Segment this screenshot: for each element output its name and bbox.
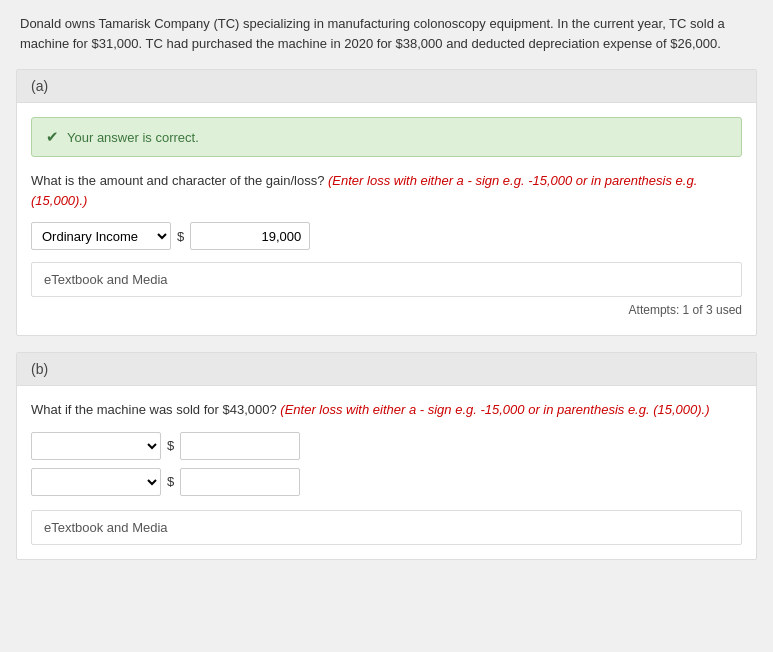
section-a-label: (a)	[31, 78, 48, 94]
question-main: What is the amount and character of the …	[31, 173, 324, 188]
section-a-question: What is the amount and character of the …	[31, 171, 742, 210]
section-a-input-row: Ordinary Income Capital Gain Section 123…	[31, 222, 742, 250]
page: Donald owns Tamarisk Company (TC) specia…	[0, 0, 773, 652]
section-b-question: What if the machine was sold for $43,000…	[31, 400, 742, 420]
section-a-card: (a) ✔ Your answer is correct. What is th…	[16, 69, 757, 336]
question-b-main: What if the machine was sold for $43,000…	[31, 402, 277, 417]
amount-input-b2[interactable]	[180, 468, 300, 496]
etextbook-bar-a[interactable]: eTextbook and Media	[31, 262, 742, 297]
success-text: Your answer is correct.	[67, 130, 199, 145]
check-icon: ✔	[46, 128, 59, 146]
etextbook-label-b: eTextbook and Media	[44, 520, 168, 535]
section-b-body: What if the machine was sold for $43,000…	[17, 386, 756, 559]
section-b-label: (b)	[31, 361, 48, 377]
gain-loss-type-select[interactable]: Ordinary Income Capital Gain Section 123…	[31, 222, 171, 250]
attempts-text-a: Attempts: 1 of 3 used	[31, 303, 742, 317]
success-banner: ✔ Your answer is correct.	[31, 117, 742, 157]
gain-loss-type-select-b2[interactable]: Ordinary Income Capital Gain Section 123…	[31, 468, 161, 496]
question-b-highlight: (Enter loss with either a - sign e.g. -1…	[280, 402, 709, 417]
amount-input-b1[interactable]	[180, 432, 300, 460]
intro-text: Donald owns Tamarisk Company (TC) specia…	[16, 14, 757, 53]
section-b-input-row-2: Ordinary Income Capital Gain Section 123…	[31, 468, 742, 496]
etextbook-bar-b[interactable]: eTextbook and Media	[31, 510, 742, 545]
dollar-sign-b1: $	[167, 438, 174, 453]
dollar-sign-b2: $	[167, 474, 174, 489]
etextbook-label-a: eTextbook and Media	[44, 272, 168, 287]
section-a-header: (a)	[17, 70, 756, 103]
section-b-input-row-1: Ordinary Income Capital Gain Section 123…	[31, 432, 742, 460]
dollar-sign-a: $	[177, 229, 184, 244]
section-b-card: (b) What if the machine was sold for $43…	[16, 352, 757, 560]
section-a-body: ✔ Your answer is correct. What is the am…	[17, 103, 756, 335]
gain-loss-type-select-b1[interactable]: Ordinary Income Capital Gain Section 123…	[31, 432, 161, 460]
amount-input-a[interactable]	[190, 222, 310, 250]
section-b-header: (b)	[17, 353, 756, 386]
